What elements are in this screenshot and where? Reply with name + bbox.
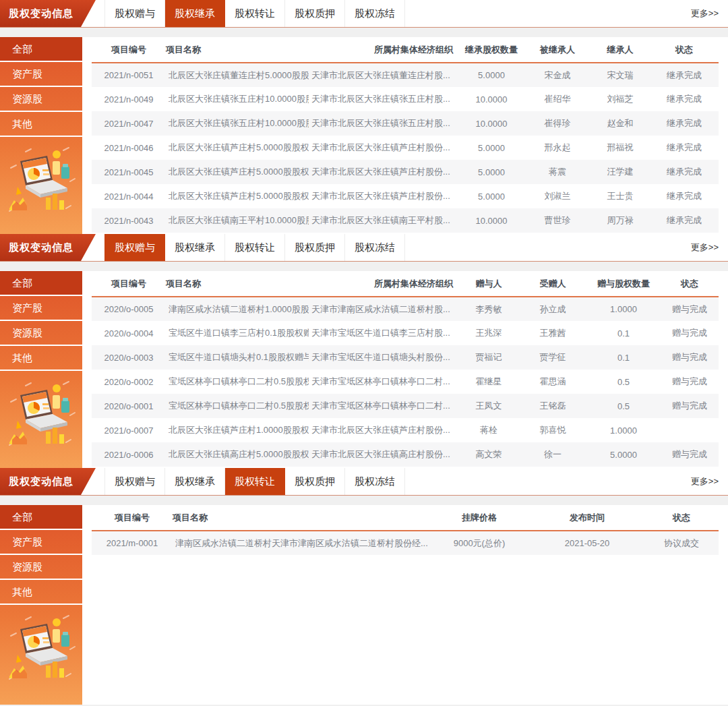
table-row[interactable]: 2021/o-0006北辰区大张庄镇高庄村5.0000股股权赠与...天津市北辰… bbox=[92, 442, 719, 467]
sidebar-item-全部[interactable]: 全部 bbox=[0, 271, 82, 296]
table-row[interactable]: 2020/o-0002宝坻区林亭口镇林亭口二村0.5股股权赠与...天津市宝坻区… bbox=[92, 370, 719, 394]
table-cell: 北辰区大张庄镇南王平村10.0000股股权继... bbox=[166, 208, 309, 233]
table-cell: 天津市宝坻区牛道口镇塘头村股份... bbox=[309, 345, 458, 370]
sidebar-item-资源股[interactable]: 资源股 bbox=[0, 555, 82, 580]
table-cell: 王凤文 bbox=[458, 394, 519, 418]
table-cell: 2021/n-0045 bbox=[92, 160, 166, 184]
more-link[interactable]: 更多>> bbox=[691, 0, 728, 27]
sidebar-item-其他[interactable]: 其他 bbox=[0, 346, 82, 371]
table-area: 项目编号项目名称挂牌价格发布时间状态 2021/m-0001津南区咸水沽镇二道桥… bbox=[82, 505, 728, 705]
table-cell: 继承完成 bbox=[650, 208, 719, 233]
sidebar-item-全部[interactable]: 全部 bbox=[0, 37, 82, 62]
table-row[interactable]: 2021/n-0043北辰区大张庄镇南王平村10.0000股股权继...天津市北… bbox=[92, 208, 719, 233]
column-header: 所属村集体经济组织 bbox=[309, 271, 458, 297]
data-table: 项目编号项目名称挂牌价格发布时间状态 2021/m-0001津南区咸水沽镇二道桥… bbox=[92, 505, 719, 555]
table-cell: 曹世珍 bbox=[524, 208, 590, 233]
sidebar-item-其他[interactable]: 其他 bbox=[0, 112, 82, 137]
column-header: 状态 bbox=[661, 271, 719, 297]
table-row[interactable]: 2021/m-0001津南区咸水沽镇二道桥村天津市津南区咸水沽镇二道桥村股份经.… bbox=[92, 531, 719, 555]
table-row[interactable]: 2020/o-0004宝坻区牛道口镇李三店村0.1股股权赠与项目天津市宝坻区牛道… bbox=[92, 321, 719, 345]
column-header: 项目编号 bbox=[92, 37, 166, 63]
tab-股权赠与[interactable]: 股权赠与 bbox=[104, 468, 165, 495]
spacer bbox=[0, 496, 728, 505]
more-link[interactable]: 更多>> bbox=[691, 234, 728, 261]
data-table: 项目编号项目名称所属村集体经济组织继承股权数量被继承人继承人状态 2021/n-… bbox=[92, 37, 719, 233]
table-row[interactable]: 2021/n-0046北辰区大张庄镇芦庄村5.0000股股权继承...天津市北辰… bbox=[92, 136, 719, 160]
tab-股权冻结[interactable]: 股权冻结 bbox=[345, 0, 405, 27]
table-cell: 2021-05-20 bbox=[530, 531, 644, 555]
table-cell: 津南区咸水沽镇二道桥村天津市津南区咸水沽镇二道桥村股份经... bbox=[173, 531, 429, 555]
table-row[interactable]: 2021/o-0007北辰区大张庄镇芦庄村1.0000股股权赠与...天津市北辰… bbox=[92, 418, 719, 442]
table-cell: 0.1 bbox=[586, 345, 661, 370]
tab-股权继承[interactable]: 股权继承 bbox=[165, 234, 225, 261]
table-row[interactable]: 2020/o-0001宝坻区林亭口镇林亭口二村0.5股股权赠与...天津市宝坻区… bbox=[92, 394, 719, 418]
tab-股权冻结[interactable]: 股权冻结 bbox=[345, 468, 405, 495]
table-cell: 宝坻区林亭口镇林亭口二村0.5股股权赠与... bbox=[166, 370, 309, 394]
table-cell: 2021/m-0001 bbox=[92, 531, 173, 555]
table-cell: 2021/n-0043 bbox=[92, 208, 166, 233]
tab-股权转让[interactable]: 股权转让 bbox=[225, 468, 285, 495]
tab-股权冻结[interactable]: 股权冻结 bbox=[345, 234, 405, 261]
table-cell: 2021/n-0044 bbox=[92, 184, 166, 208]
sidebar: 全部资产股资源股其他 bbox=[0, 37, 82, 234]
tab-股权转让[interactable]: 股权转让 bbox=[225, 0, 285, 27]
equity-change-section-transfer: 股权变动信息 股权赠与股权继承股权转让股权质押股权冻结 更多>> 全部资产股资源… bbox=[0, 468, 728, 705]
table-cell: 继承完成 bbox=[650, 160, 719, 184]
table-cell: 周万禄 bbox=[590, 208, 650, 233]
tab-股权继承[interactable]: 股权继承 bbox=[165, 0, 225, 27]
table-area: 项目编号项目名称所属村集体经济组织赠与人受赠人赠与股权数量状态 2020/o-0… bbox=[82, 271, 728, 468]
tab-股权继承[interactable]: 股权继承 bbox=[165, 468, 225, 495]
table-cell: 北辰区大张庄镇高庄村5.0000股股权赠与... bbox=[166, 442, 309, 467]
table-row[interactable]: 2020/o-0005津南区咸水沽镇二道桥村1.0000股股权赠...天津市津南… bbox=[92, 297, 719, 321]
table-cell: 天津市津南区咸水沽镇二道桥村股... bbox=[309, 297, 458, 321]
tab-股权质押[interactable]: 股权质押 bbox=[285, 0, 345, 27]
panel-title-banner: 股权变动信息 bbox=[0, 0, 96, 27]
sidebar-item-资产股[interactable]: 资产股 bbox=[0, 296, 82, 321]
table-cell: 天津市北辰区大张庄镇高庄村股份... bbox=[309, 442, 458, 467]
table-cell: 继承完成 bbox=[650, 136, 719, 160]
tab-股权质押[interactable]: 股权质押 bbox=[285, 468, 345, 495]
table-cell: 2020/o-0002 bbox=[92, 370, 166, 394]
table-cell: 继承完成 bbox=[650, 63, 719, 87]
table-row[interactable]: 2020/o-0003宝坻区牛道口镇塘头村0.1股股权赠与项目天津市宝坻区牛道口… bbox=[92, 345, 719, 370]
table-cell: 赠与完成 bbox=[661, 442, 719, 467]
table-cell: 1.0000 bbox=[586, 297, 661, 321]
table-cell: 1.0000 bbox=[586, 418, 661, 442]
table-cell: 蒋震 bbox=[524, 160, 590, 184]
table-cell: 高文荣 bbox=[458, 442, 519, 467]
sidebar-item-资产股[interactable]: 资产股 bbox=[0, 530, 82, 555]
sidebar-item-全部[interactable]: 全部 bbox=[0, 505, 82, 530]
table-row[interactable]: 2021/n-0049北辰区大张庄镇张五庄村10.0000股股权继...天津市北… bbox=[92, 87, 719, 111]
table-row[interactable]: 2021/n-0045北辰区大张庄镇芦庄村5.0000股股权继承...天津市北辰… bbox=[92, 160, 719, 184]
table-row[interactable]: 2021/n-0051北辰区大张庄镇董连庄村5.0000股股权继...天津市北辰… bbox=[92, 63, 719, 87]
table-cell: 2021/n-0049 bbox=[92, 87, 166, 111]
tab-股权赠与[interactable]: 股权赠与 bbox=[104, 234, 165, 261]
sidebar-item-资源股[interactable]: 资源股 bbox=[0, 87, 82, 112]
column-header: 被继承人 bbox=[524, 37, 590, 63]
sidebar: 全部资产股资源股其他 bbox=[0, 505, 82, 705]
table-cell: 2020/o-0004 bbox=[92, 321, 166, 345]
laptop-analytics-illustration bbox=[0, 371, 82, 468]
table-cell: 2021/o-0006 bbox=[92, 442, 166, 467]
table-cell: 津南区咸水沽镇二道桥村1.0000股股权赠... bbox=[166, 297, 309, 321]
table-cell: 霍继星 bbox=[458, 370, 519, 394]
spacer bbox=[0, 28, 728, 37]
tab-股权赠与[interactable]: 股权赠与 bbox=[104, 0, 165, 27]
column-header: 受赠人 bbox=[519, 271, 586, 297]
sidebar-item-资产股[interactable]: 资产股 bbox=[0, 62, 82, 87]
table-row[interactable]: 2021/n-0047北辰区大张庄镇张五庄村10.0000股股权继...天津市北… bbox=[92, 111, 719, 136]
table-cell: 赠与完成 bbox=[661, 297, 719, 321]
more-link[interactable]: 更多>> bbox=[691, 468, 728, 495]
spacer bbox=[0, 262, 728, 271]
sidebar-item-其他[interactable]: 其他 bbox=[0, 580, 82, 605]
tab-股权质押[interactable]: 股权质押 bbox=[285, 234, 345, 261]
table-area: 项目编号项目名称所属村集体经济组织继承股权数量被继承人继承人状态 2021/n-… bbox=[82, 37, 728, 234]
column-header: 赠与人 bbox=[458, 271, 519, 297]
table-row[interactable]: 2021/n-0044北辰区大张庄镇芦庄村5.0000股股权继承...天津市北辰… bbox=[92, 184, 719, 208]
sidebar-item-资源股[interactable]: 资源股 bbox=[0, 321, 82, 346]
table-cell: 天津市北辰区大张庄镇张五庄村股... bbox=[309, 87, 458, 111]
table-cell: 10.0000 bbox=[458, 111, 524, 136]
table-cell: 赠与完成 bbox=[661, 345, 719, 370]
table-cell: 贾学征 bbox=[519, 345, 586, 370]
tab-股权转让[interactable]: 股权转让 bbox=[225, 234, 285, 261]
